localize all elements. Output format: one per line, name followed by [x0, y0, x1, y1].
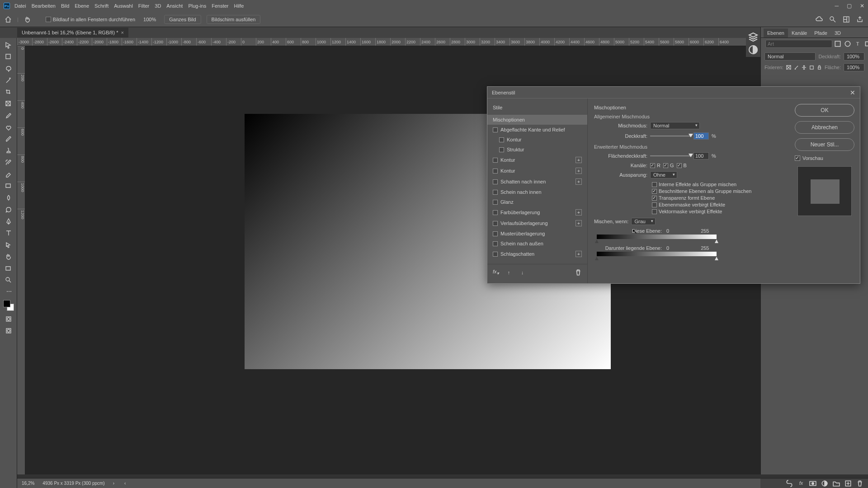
trash-icon[interactable]	[856, 480, 863, 487]
style-gradover[interactable]: Verlaufsüberlagerung+	[487, 218, 587, 229]
adjustment-layer-icon[interactable]	[821, 480, 828, 487]
quickmask-icon[interactable]	[2, 314, 15, 324]
cb-internal-effects[interactable]: Interne Effekte als Gruppe mischen	[652, 182, 783, 187]
link-layers-icon[interactable]	[786, 480, 793, 487]
stamp-tool[interactable]	[2, 145, 15, 156]
dialog-close-icon[interactable]: ✕	[850, 89, 855, 96]
lock-artboard-icon[interactable]	[809, 64, 814, 71]
group-icon[interactable]	[833, 480, 840, 487]
opacity-input[interactable]: 100	[693, 132, 709, 140]
crop-tool[interactable]	[2, 87, 15, 98]
layer-filter-input[interactable]	[765, 40, 832, 48]
magic-wand-tool[interactable]	[2, 75, 15, 86]
search-icon[interactable]	[829, 16, 836, 23]
fillopacity-slider[interactable]	[650, 155, 691, 156]
cb-layermask-hides[interactable]: Ebenenmaske verbirgt Effekte	[652, 202, 783, 207]
opacity-value[interactable]: 100%	[844, 52, 864, 61]
menu-auswahl[interactable]: Auswahl	[114, 3, 133, 9]
history-brush-tool[interactable]	[2, 157, 15, 168]
close-tab-icon[interactable]: ×	[121, 30, 123, 35]
panel-tab-kanäle[interactable]: Kanäle	[788, 28, 811, 38]
healing-tool[interactable]	[2, 122, 15, 133]
new-style-button[interactable]: Neuer Stil...	[795, 138, 854, 151]
fill-value[interactable]: 100%	[844, 63, 864, 71]
filter-type-icon[interactable]: T	[854, 40, 861, 47]
filter-shape-icon[interactable]	[864, 40, 868, 47]
lock-pixels-icon[interactable]	[786, 64, 791, 71]
zoom-value[interactable]: 100%	[141, 16, 159, 23]
cb-transparency-shapes[interactable]: Transparenz formt Ebene	[652, 195, 783, 201]
blendmode-dropdown[interactable]: Normal	[650, 122, 700, 129]
opacity-slider[interactable]	[650, 136, 691, 136]
mask-icon[interactable]	[809, 480, 816, 487]
dialog-titlebar[interactable]: Ebenenstil ✕	[487, 87, 860, 99]
scroll-all-checkbox[interactable]: Bildlauf in allen Fenstern durchführen	[46, 17, 135, 22]
menu-bearbeiten[interactable]: Bearbeiten	[32, 3, 56, 9]
filter-adjust-icon[interactable]	[844, 40, 851, 47]
menu-schrift[interactable]: Schrift	[94, 3, 108, 9]
cb-clipped-layers[interactable]: Beschnittene Ebenen als Gruppe mischen	[652, 188, 783, 194]
cloud-icon[interactable]	[816, 16, 823, 23]
this-layer-gradient[interactable]	[597, 235, 717, 239]
style-innershadow[interactable]: Schatten nach innen+	[487, 176, 587, 187]
shape-tool[interactable]	[2, 263, 15, 274]
status-zoom[interactable]: 16,2%	[22, 481, 34, 486]
add-dropshadow-icon[interactable]: +	[576, 251, 582, 257]
cb-vectormask-hides[interactable]: Vektormaske verbirgt Effekte	[652, 209, 783, 214]
menu-ansicht[interactable]: Ansicht	[166, 3, 183, 9]
menu-fenster[interactable]: Fenster	[212, 3, 228, 9]
preview-checkbox[interactable]: Vorschau	[795, 155, 854, 161]
add-kontur2-icon[interactable]: +	[576, 157, 582, 163]
fx-menu-icon[interactable]: fx▾	[493, 269, 499, 276]
style-innerglow[interactable]: Schein nach innen	[487, 187, 587, 197]
blur-tool[interactable]	[2, 192, 15, 203]
add-colorover-icon[interactable]: +	[576, 209, 582, 216]
add-gradover-icon[interactable]: +	[576, 220, 582, 226]
style-up-icon[interactable]: ↑	[505, 269, 513, 276]
zoom-tool[interactable]	[2, 275, 15, 286]
menu-hilfe[interactable]: Hilfe	[234, 3, 244, 9]
menu-3d[interactable]: 3D	[155, 3, 161, 9]
pen-tool[interactable]	[2, 216, 15, 227]
lock-position-icon[interactable]	[802, 64, 807, 71]
channel-g-checkbox[interactable]: G	[663, 163, 674, 168]
menu-ebene[interactable]: Ebene	[75, 3, 89, 9]
style-patover[interactable]: Musterüberlagerung	[487, 229, 587, 239]
menu-bild[interactable]: Bild	[61, 3, 69, 9]
status-caret-icon[interactable]: ›	[113, 481, 114, 486]
ok-button[interactable]: OK	[795, 104, 854, 117]
add-innershadow-icon[interactable]: +	[576, 178, 582, 185]
close-icon[interactable]: ✕	[860, 3, 864, 9]
style-kontur1[interactable]: Kontur	[487, 135, 587, 145]
dodge-tool[interactable]	[2, 204, 15, 215]
under-layer-gradient[interactable]	[597, 252, 717, 256]
move-tool[interactable]	[2, 40, 15, 51]
type-tool[interactable]	[2, 228, 15, 239]
style-bevel[interactable]: Abgeflachte Kante und Relief	[487, 125, 587, 135]
menu-plug-ins[interactable]: Plug-ins	[188, 3, 206, 9]
layers-dock-icon[interactable]	[748, 32, 759, 42]
marquee-rect-tool[interactable]	[2, 52, 15, 62]
filter-pixel-icon[interactable]	[834, 40, 841, 47]
fill-screen-button[interactable]: Bildschirm ausfüllen	[207, 15, 261, 24]
workspace-icon[interactable]	[843, 16, 850, 23]
channel-r-checkbox[interactable]: R	[650, 163, 660, 168]
style-kontur3[interactable]: Kontur+	[487, 165, 587, 176]
maximize-icon[interactable]: ▢	[847, 3, 852, 9]
screenmode-icon[interactable]	[2, 325, 15, 336]
panel-tab-ebenen[interactable]: Ebenen	[764, 28, 788, 38]
style-down-icon[interactable]: ↓	[519, 269, 526, 276]
gradient-tool[interactable]	[2, 181, 15, 192]
eyedropper-tool[interactable]	[2, 110, 15, 121]
lock-brush-icon[interactable]	[794, 64, 799, 71]
style-colorover[interactable]: Farbüberlagerung+	[487, 207, 587, 218]
panel-tab-3d[interactable]: 3D	[831, 28, 844, 38]
blend-mode-dropdown[interactable]: Normal	[764, 52, 816, 61]
path-select-tool[interactable]	[2, 239, 15, 250]
hand-tool-icon[interactable]	[24, 16, 31, 23]
fit-image-button[interactable]: Ganzes Bild	[164, 15, 201, 24]
share-icon[interactable]	[856, 16, 863, 23]
menu-datei[interactable]: Datei	[14, 3, 26, 9]
status-prev-icon[interactable]: ‹	[124, 481, 126, 486]
lasso-tool[interactable]	[2, 63, 15, 74]
